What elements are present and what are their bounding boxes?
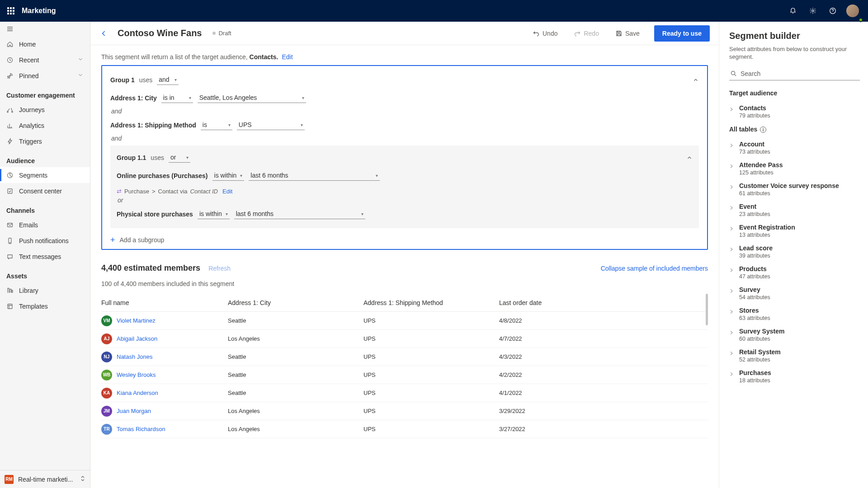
value-dropdown[interactable]: last 6 months▾: [234, 209, 365, 219]
table-row[interactable]: WBWesley BrooksSeattleUPS4/2/2022: [101, 366, 708, 384]
tree-item-contacts[interactable]: Contacts79 attributes: [729, 101, 860, 122]
operator-dropdown[interactable]: is in▾: [161, 93, 193, 103]
person-name[interactable]: Natash Jones: [117, 353, 153, 360]
nav-label: Analytics: [19, 122, 44, 129]
col-date[interactable]: Last order date: [499, 299, 708, 306]
collapse-subgroup-button[interactable]: [686, 155, 693, 161]
person-name[interactable]: Kiana Anderson: [117, 389, 158, 396]
value-dropdown[interactable]: UPS▾: [237, 120, 305, 130]
notifications-icon[interactable]: [783, 0, 803, 22]
tree-item[interactable]: Stores63 attributes: [729, 304, 860, 324]
save-button[interactable]: Save: [611, 26, 644, 41]
tree-item[interactable]: Account73 attributes: [729, 137, 860, 158]
svg-point-3: [7, 111, 9, 113]
tree-item[interactable]: Event23 attributes: [729, 200, 860, 221]
redo-button[interactable]: Redo: [569, 26, 603, 41]
segments-icon: [6, 172, 14, 179]
col-fullname[interactable]: Full name: [101, 299, 228, 306]
person-avatar: NJ: [101, 352, 112, 362]
attribute-search[interactable]: [729, 68, 860, 80]
tree-item[interactable]: Survey System60 attributes: [729, 324, 860, 345]
table-scrollbar[interactable]: [706, 294, 708, 438]
value-dropdown[interactable]: Seattle, Los Angeles▾: [198, 93, 306, 103]
nav-text[interactable]: Text messages: [0, 249, 90, 264]
nav-consent[interactable]: Consent center: [0, 183, 90, 199]
search-input[interactable]: [741, 70, 859, 77]
nav-journeys[interactable]: Journeys: [0, 102, 90, 117]
collapse-sample-link[interactable]: Collapse sample of included members: [601, 265, 708, 272]
help-icon[interactable]: [823, 0, 843, 22]
plus-icon: +: [110, 237, 115, 243]
chevron-right-icon: [729, 106, 735, 113]
table-row[interactable]: AJAbigail JacksonLos AngelesUPS4/7/2022: [101, 330, 708, 348]
nav-recent[interactable]: Recent: [0, 52, 90, 68]
nav-library[interactable]: Library: [0, 282, 90, 298]
nav-label: Text messages: [19, 253, 61, 260]
tree-item[interactable]: Products47 attributes: [729, 262, 860, 283]
members-table: Full name Address 1: City Address 1: Shi…: [101, 294, 708, 438]
person-name[interactable]: Juan Morgan: [117, 408, 151, 414]
app-launcher-icon[interactable]: [7, 7, 14, 14]
operator-dropdown[interactable]: is within▾: [212, 171, 245, 181]
undo-button[interactable]: Undo: [528, 26, 562, 41]
table-row[interactable]: KAKiana AndersonSeattleUPS4/1/2022: [101, 384, 708, 402]
chevron-down-icon: [77, 72, 84, 80]
col-ship[interactable]: Address 1: Shipping Method: [363, 299, 499, 306]
nav-analytics[interactable]: Analytics: [0, 117, 90, 133]
nav-segments[interactable]: Segments: [0, 167, 90, 183]
person-name[interactable]: Abigail Jackson: [117, 335, 157, 342]
nav-triggers[interactable]: Triggers: [0, 133, 90, 149]
person-name[interactable]: Wesley Brooks: [117, 371, 156, 378]
svg-rect-10: [8, 304, 12, 309]
person-name[interactable]: Tomas Richardson: [117, 426, 165, 432]
table-row[interactable]: TRTomas RichardsonLos AngelesUPS3/27/202…: [101, 420, 708, 438]
svg-point-9: [9, 242, 10, 243]
col-city[interactable]: Address 1: City: [228, 299, 363, 306]
tree-item[interactable]: Purchases18 attributes: [729, 366, 860, 387]
nav-templates[interactable]: Templates: [0, 298, 90, 314]
group-operator-dropdown[interactable]: and▾: [157, 75, 179, 85]
nav-push[interactable]: Push notifications: [0, 233, 90, 249]
tree-item[interactable]: Survey54 attributes: [729, 283, 860, 304]
table-row[interactable]: JMJuan MorganLos AngelesUPS3/29/2022: [101, 402, 708, 420]
collapse-group-button[interactable]: [693, 77, 699, 83]
chevron-right-icon: [729, 308, 735, 315]
edit-path-link[interactable]: Edit: [222, 188, 232, 195]
value-dropdown[interactable]: last 6 months▾: [249, 171, 380, 181]
nav-pinned[interactable]: Pinned: [0, 68, 90, 84]
nav-label: Emails: [19, 221, 38, 229]
operator-dropdown[interactable]: is within▾: [198, 209, 230, 219]
hamburger-button[interactable]: [0, 22, 90, 36]
edit-audience-link[interactable]: Edit: [282, 53, 292, 61]
table-row[interactable]: VMViolet MartinezSeattleUPS4/8/2022: [101, 312, 708, 330]
nav-section: Assets: [0, 264, 90, 282]
journey-icon: [6, 106, 14, 113]
nav-label: Journeys: [19, 106, 45, 113]
relationship-icon: ⇄: [117, 188, 122, 195]
add-subgroup-button[interactable]: +Add a subgroup: [110, 234, 699, 244]
results-panel: 4,400 estimated members Refresh Collapse…: [90, 259, 719, 438]
nav-label: Templates: [19, 303, 48, 310]
tree-item[interactable]: Customer Voice survey response61 attribu…: [729, 179, 860, 200]
info-icon[interactable]: i: [760, 127, 766, 133]
tree-item[interactable]: Attendee Pass125 attributes: [729, 158, 860, 179]
table-row[interactable]: NJNatash JonesSeattleUPS4/3/2022: [101, 348, 708, 366]
ready-to-use-button[interactable]: Ready to use: [654, 25, 710, 42]
email-icon: [6, 221, 14, 229]
settings-icon[interactable]: [803, 0, 823, 22]
nav-emails[interactable]: Emails: [0, 217, 90, 233]
back-button[interactable]: [98, 27, 110, 40]
area-switcher[interactable]: RM Real-time marketi...: [0, 470, 90, 488]
operator-dropdown[interactable]: is▾: [201, 120, 232, 130]
nav-home[interactable]: Home: [0, 36, 90, 52]
person-avatar: TR: [101, 424, 112, 435]
tree-item[interactable]: Retail System52 attributes: [729, 345, 860, 366]
group-box: Group 1 uses and▾ Address 1: City is in▾…: [101, 65, 708, 250]
refresh-button[interactable]: Refresh: [208, 265, 231, 272]
user-avatar[interactable]: [843, 0, 863, 22]
person-name[interactable]: Violet Martinez: [117, 317, 156, 324]
tree-item[interactable]: Event Registration13 attributes: [729, 221, 860, 241]
subgroup-operator-dropdown[interactable]: or▾: [169, 153, 190, 163]
tree-item[interactable]: Lead score39 attributes: [729, 241, 860, 262]
chevron-right-icon: [729, 163, 735, 170]
